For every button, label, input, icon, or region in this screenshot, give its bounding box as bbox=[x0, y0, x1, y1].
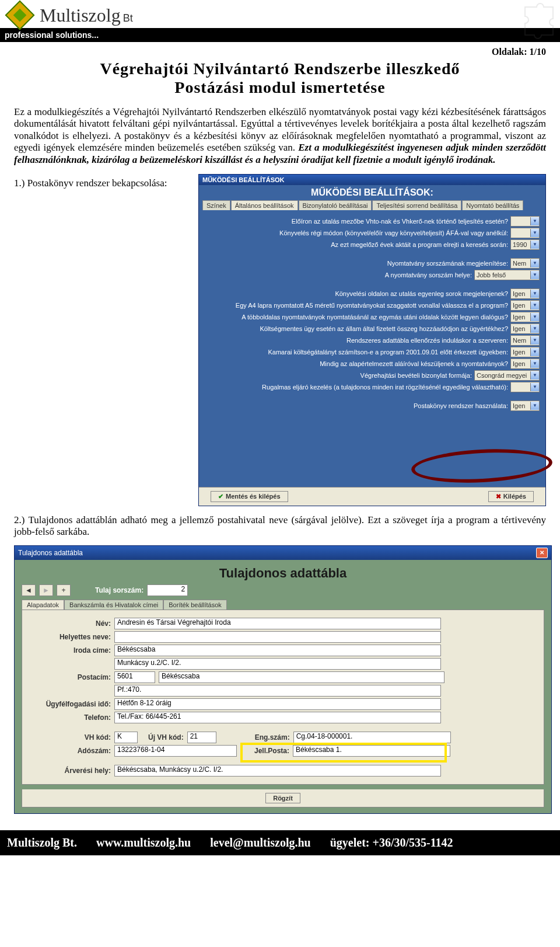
chevron-down-icon: ▼ bbox=[530, 290, 539, 298]
chevron-down-icon: ▼ bbox=[530, 348, 539, 356]
tax-input[interactable]: 13223768-1-04 bbox=[114, 745, 237, 757]
chevron-down-icon: ▼ bbox=[530, 371, 539, 380]
tab-general[interactable]: Általános beállítások bbox=[231, 200, 298, 210]
save-exit-label: Mentés és kilépés bbox=[226, 493, 281, 500]
settings-tabs: Színek Általános beállítások Bizonylatol… bbox=[199, 200, 545, 210]
nav-next-button[interactable]: ► bbox=[39, 584, 53, 596]
chevron-down-icon: ▼ bbox=[530, 229, 539, 237]
post-zip-input[interactable]: 5601 bbox=[114, 671, 155, 683]
name-input[interactable]: Andresin és Társai Végrehajtói Iroda bbox=[114, 618, 441, 629]
setting-label: A többoldalas nyomtatványok nyomtatásáná… bbox=[242, 314, 508, 321]
tab-order[interactable]: Teljesítési sorrend beállítása bbox=[372, 200, 461, 210]
newvh-input[interactable]: 21 bbox=[187, 732, 216, 743]
office-street-input[interactable]: Munkácsy u.2/C. I/2. bbox=[114, 658, 441, 670]
setting-label: Kamarai költségátalányt számítson-e a pr… bbox=[268, 349, 508, 356]
setting-combo[interactable]: Csongrád megyei▼ bbox=[474, 370, 540, 381]
setting-combo[interactable]: Igen▼ bbox=[510, 312, 540, 322]
tab-envelope[interactable]: Boríték beállítások bbox=[163, 600, 227, 610]
setting-combo[interactable]: ▼ bbox=[510, 216, 540, 227]
puzzle-icon bbox=[520, 2, 558, 40]
combo-value: Igen bbox=[513, 349, 529, 356]
setting-label: Rugalmas eljáró kezelés (a tulajdonos mi… bbox=[262, 384, 508, 391]
post-box-input[interactable]: Pf.:470. bbox=[114, 685, 441, 697]
settings-dialog-heading: MŰKÖDÉSI BEÁLLÍTÁSOK: bbox=[199, 185, 545, 200]
footer-web: www.multiszolg.hu bbox=[96, 836, 191, 849]
exit-button[interactable]: ✖Kilépés bbox=[488, 491, 534, 502]
setting-label: A nyomtatvány sorszám helye: bbox=[385, 271, 472, 278]
deputy-input[interactable] bbox=[114, 631, 441, 643]
phone-input[interactable]: Tel./Fax: 66/445-261 bbox=[114, 712, 441, 723]
settings-dialog: MŰKÖDÉSI BEÁLLÍTÁSOK MŰKÖDÉSI BEÁLLÍTÁSO… bbox=[198, 174, 546, 506]
setting-label: Könyvelés régi módon (könyvel/előír vagy… bbox=[279, 229, 508, 236]
page-number: Oldalak: 1/10 bbox=[14, 47, 546, 57]
setting-row: Rendszeres adattábla ellenőrzés indulásk… bbox=[205, 335, 540, 346]
post-city-input[interactable]: Békéscsaba bbox=[159, 671, 444, 683]
jellposta-label: Jell.Posta: bbox=[254, 747, 289, 755]
setting-label: Az ezt megelőző évek aktáit a program el… bbox=[331, 241, 508, 248]
chevron-down-icon: ▼ bbox=[530, 402, 539, 410]
setting-combo[interactable]: Nem▼ bbox=[510, 258, 540, 269]
setting-row: Az ezt megelőző évek aktáit a program el… bbox=[205, 239, 540, 250]
tab-colors[interactable]: Színek bbox=[202, 200, 230, 210]
combo-value: Igen bbox=[513, 360, 529, 367]
chevron-down-icon: ▼ bbox=[530, 241, 539, 249]
chevron-down-icon: ▼ bbox=[530, 217, 539, 225]
setting-combo[interactable]: Igen▼ bbox=[510, 358, 540, 369]
chevron-down-icon: ▼ bbox=[530, 383, 539, 391]
settings-dialog-title: MŰKÖDÉSI BEÁLLÍTÁSOK bbox=[199, 175, 545, 185]
newvh-label: Új VH kód: bbox=[148, 733, 184, 741]
chevron-down-icon: ▼ bbox=[530, 360, 539, 368]
page-title: Végrehajtói Nyilvántartó Rendszerbe ille… bbox=[14, 60, 546, 97]
owner-dialog-titlebar: Tulajdonos adattábla ✕ bbox=[15, 546, 551, 560]
tab-bank[interactable]: Bankszámla és Hivatalok címei bbox=[64, 600, 163, 610]
post-label: Postacím: bbox=[29, 673, 111, 681]
setting-row: Kamarai költségátalányt számítson-e a pr… bbox=[205, 347, 540, 357]
section-2-label: 2.) Tulajdonos adattáblán adható meg a j… bbox=[14, 514, 546, 538]
hours-input[interactable]: Hétfőn 8-12 óráig bbox=[114, 698, 441, 710]
footer-phone: ügyelet: +36/30/535-1142 bbox=[330, 836, 453, 849]
setting-label: Rendszeres adattábla ellenőrzés indulásk… bbox=[346, 337, 508, 344]
setting-combo[interactable]: Igen▼ bbox=[510, 300, 540, 311]
setting-combo[interactable]: Nem▼ bbox=[510, 335, 540, 346]
page-footer: Multiszolg Bt. www.multiszolg.hu level@m… bbox=[0, 830, 560, 855]
setting-combo[interactable]: 1990▼ bbox=[510, 239, 540, 250]
setting-combo[interactable]: ▼ bbox=[510, 382, 540, 392]
setting-row: Előíron az utalás mezőbe Vhto-nak és Vhk… bbox=[205, 216, 540, 227]
footer-company: Multiszolg Bt. bbox=[7, 836, 77, 849]
setting-combo[interactable]: Jobb felső▼ bbox=[474, 270, 540, 280]
combo-value: 1990 bbox=[513, 241, 529, 248]
setting-combo[interactable]: Igen▼ bbox=[510, 401, 540, 411]
combo-value: Igen bbox=[513, 325, 529, 332]
vhcode-label: VH kód: bbox=[29, 733, 111, 741]
nav-prev-button[interactable]: ◄ bbox=[22, 584, 36, 596]
exit-label: Kilépés bbox=[503, 493, 526, 500]
setting-row: Postakönyv rendszer használata:Igen▼ bbox=[205, 401, 540, 411]
sorszam-input[interactable]: 2 bbox=[147, 584, 188, 596]
tab-basic[interactable]: Alapadatok bbox=[22, 600, 64, 610]
setting-combo[interactable]: Igen▼ bbox=[510, 347, 540, 357]
combo-value: Igen bbox=[513, 290, 529, 297]
save-button[interactable]: Rögzít bbox=[265, 793, 300, 803]
combo-value: Nem bbox=[513, 337, 529, 344]
tab-printer[interactable]: Nyomtató beállítás bbox=[462, 200, 523, 210]
save-exit-button[interactable]: ✔Mentés és kilépés bbox=[211, 491, 288, 502]
auction-input[interactable]: Békéscsaba, Munkácsy u.2/C. I/2. bbox=[114, 765, 441, 777]
footer-email: level@multiszolg.hu bbox=[210, 836, 311, 849]
setting-combo[interactable]: Igen▼ bbox=[510, 323, 540, 334]
record-nav: ◄ ► + Tulaj sorszám: 2 bbox=[15, 584, 551, 600]
tab-voucher[interactable]: Bizonylatoló beállításai bbox=[299, 200, 372, 210]
settings-footer: ✔Mentés és kilépés ✖Kilépés bbox=[199, 487, 545, 506]
combo-value: Igen bbox=[513, 402, 529, 409]
eng-input[interactable]: Cg.04-18-000001. bbox=[293, 732, 451, 743]
setting-combo[interactable]: Igen▼ bbox=[510, 288, 540, 299]
vhcode-input[interactable]: K bbox=[114, 732, 138, 743]
setting-label: Mindig az alapértelmezett aláíróval kész… bbox=[320, 360, 508, 367]
close-button[interactable]: ✕ bbox=[536, 548, 548, 558]
office-city-input[interactable]: Békéscsaba bbox=[114, 645, 441, 656]
jellposta-input[interactable]: Békéscsaba 1. bbox=[293, 745, 450, 757]
page-header: MultiszolgBt bbox=[0, 0, 560, 28]
setting-label: Egy A4 lapra nyomtatott A5 méretű nyomta… bbox=[236, 302, 508, 309]
setting-combo[interactable]: ▼ bbox=[510, 228, 540, 238]
setting-row: Rugalmas eljáró kezelés (a tulajdonos mi… bbox=[205, 382, 540, 392]
nav-add-button[interactable]: + bbox=[57, 584, 71, 596]
